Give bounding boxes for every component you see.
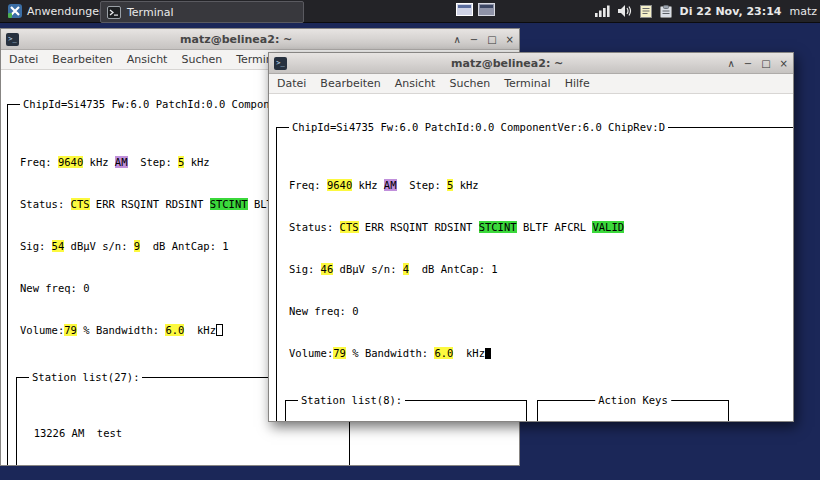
terminal-cursor	[216, 324, 223, 336]
volume-value: 79	[64, 324, 77, 336]
terminal-app-icon: >_	[6, 33, 19, 46]
titlebar-back[interactable]: >_ matz@belinea2: ~ ∧−□×	[1, 29, 519, 50]
cts-flag: CTS	[340, 221, 359, 233]
valid-flag: VALID	[592, 221, 624, 233]
sig-value: 54	[52, 240, 65, 252]
menu-item-hilfe[interactable]: Hilfe	[565, 77, 590, 90]
workspace-switcher[interactable]	[456, 3, 495, 16]
menu-item-suchen[interactable]: Suchen	[181, 53, 222, 66]
shade-button[interactable]: ∧	[727, 58, 734, 69]
terminal-icon	[107, 6, 121, 19]
window-buttons-back: ∧−□×	[453, 34, 514, 45]
bandwidth-value: 6.0	[434, 347, 453, 359]
action-keys-title: Action Keys	[595, 393, 671, 407]
taskbar-terminal-label: Terminal	[127, 6, 174, 19]
station-row: 13226 AM test	[17, 426, 349, 440]
new-freq-line: New freq: 0	[285, 304, 793, 318]
status-line: Status: CTS ERR RSQINT RDSINT STCINT BLT…	[285, 220, 793, 234]
station-list-title: Station list(8):	[298, 393, 405, 407]
top-panel: Anwendungen Terminal Di 22 Nov, 23:14 ma…	[0, 0, 820, 23]
window-title-front: matz@belinea2: ~	[293, 57, 721, 70]
menu-item-datei[interactable]: Datei	[9, 53, 38, 66]
terminal-window-front[interactable]: >_ matz@belinea2: ~ ∧−□× DateiBearbeiten…	[268, 52, 794, 422]
close-button[interactable]: ×	[780, 58, 788, 69]
mode-badge: AM	[384, 179, 397, 191]
window-buttons-front: ∧−□×	[727, 58, 788, 69]
applications-menu-button[interactable]: Anwendungen	[2, 1, 112, 21]
notes-icon[interactable]	[640, 5, 652, 18]
freq-value: 9640	[327, 179, 352, 191]
stcint-flag: STCINT	[479, 221, 517, 233]
chip-info-title: ChipId=Si4735 Fw:6.0 PatchId:0.0 Compone…	[289, 120, 668, 134]
signal-line: Sig: 46 dBμV s/n: 4 dB AntCap: 1	[285, 262, 793, 276]
menu-item-terminal[interactable]: Terminal	[504, 77, 551, 90]
minimize-button[interactable]: −	[744, 58, 752, 69]
volume-icon[interactable]	[618, 5, 632, 17]
system-tray: Di 22 Nov, 23:14 matz	[595, 0, 817, 22]
cts-flag: CTS	[71, 198, 90, 210]
volume-line: Volume:79 % Bandwidth: 6.0 kHz	[285, 346, 793, 360]
clock[interactable]: Di 22 Nov, 23:14	[680, 5, 782, 18]
freq-value: 9640	[58, 156, 83, 168]
workspace-2-icon[interactable]	[478, 3, 495, 16]
maximize-button[interactable]: □	[487, 34, 496, 45]
shade-button[interactable]: ∧	[453, 34, 460, 45]
terminal-content-front[interactable]: ChipId=Si4735 Fw:6.0 PatchId:0.0 Compone…	[269, 94, 793, 421]
action-keys-box: Action Keys left/right: step up/down shf…	[537, 400, 729, 421]
menu-item-ansicht[interactable]: Ansicht	[395, 77, 436, 90]
freq-line: Freq: 9640 kHz AM Step: 5 kHz	[285, 178, 793, 192]
titlebar-front[interactable]: >_ matz@belinea2: ~ ∧−□×	[269, 53, 793, 74]
menu-item-bearbeiten[interactable]: Bearbeiten	[52, 53, 112, 66]
maximize-button[interactable]: □	[761, 58, 770, 69]
stcint-flag: STCINT	[210, 198, 248, 210]
terminal-app-icon: >_	[274, 57, 287, 70]
station-list-title: Station list(27):	[29, 370, 142, 384]
signal-strength-icon[interactable]	[595, 5, 610, 17]
menu-item-bearbeiten[interactable]: Bearbeiten	[320, 77, 380, 90]
workspace-1-icon[interactable]	[456, 3, 473, 16]
close-button[interactable]: ×	[506, 34, 514, 45]
menubar-front: DateiBearbeitenAnsichtSuchenTerminalHilf…	[269, 74, 793, 94]
menu-item-suchen[interactable]: Suchen	[449, 77, 490, 90]
bandwidth-value: 6.0	[165, 324, 184, 336]
radio-status-frame: ChipId=Si4735 Fw:6.0 PatchId:0.0 Compone…	[276, 127, 793, 421]
menu-item-datei[interactable]: Datei	[277, 77, 306, 90]
menu-item-ansicht[interactable]: Ansicht	[127, 53, 168, 66]
terminal-cursor	[485, 348, 491, 359]
window-title-back: matz@belinea2: ~	[25, 33, 447, 46]
taskbar-terminal-button[interactable]: Terminal	[100, 1, 304, 23]
station-list-box: Station list(8): 6070 AM Channel 292 514…	[285, 400, 527, 421]
applications-label: Anwendungen	[27, 5, 106, 18]
volume-value: 79	[333, 347, 346, 359]
sig-value: 46	[321, 263, 334, 275]
minimize-button[interactable]: −	[470, 34, 478, 45]
clipboard-icon[interactable]	[660, 5, 672, 18]
user-menu[interactable]: matz	[789, 5, 817, 18]
mode-badge: AM	[115, 156, 128, 168]
applications-icon	[8, 4, 22, 18]
